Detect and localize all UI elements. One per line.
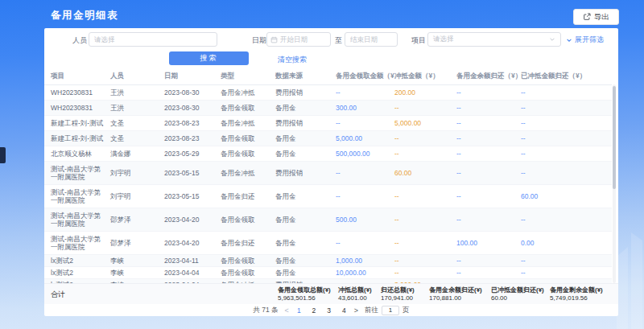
cell-received-amount: 500,000.00 (336, 146, 394, 161)
table-row[interactable]: WH20230831 王洪 2023-08-30 备用金领取 备用金 300.0… (44, 100, 612, 115)
page-title: 备用金明细表 (51, 9, 118, 23)
table-row[interactable]: 新建工程-刘-测试 文圣 2023-08-23 备用金冲抵 费用报销 -- 5,… (44, 115, 612, 130)
table-row[interactable]: lx测试2 李峡 2023-04-11 备用金领取 备用金 1,000.00 -… (44, 254, 612, 266)
summary-row: 合计 备用金领取总额(¥)5,963,501.56冲抵总额(¥)43,601.0… (44, 283, 618, 304)
cell-source: 备用金 (275, 231, 336, 254)
column-header: 项目 (44, 68, 110, 84)
cell-balance-return: -- (456, 100, 521, 115)
date-start-input[interactable] (280, 35, 330, 43)
cell-date: 2023-04-04 (164, 266, 221, 278)
drawer-handle[interactable] (0, 147, 6, 163)
cell-balance-return: -- (456, 184, 521, 208)
column-header: 冲抵金额（¥） (394, 68, 456, 84)
cell-source: 费用报销 (275, 85, 336, 101)
cell-offset-return: -- (521, 100, 612, 115)
cell-offset-return: -- (521, 254, 612, 266)
cell-date: 2023-08-30 (164, 85, 221, 101)
table-row[interactable]: 测试-南昌大学第一附属医院 邵梦泽 2023-04-20 备用金归还 备用金 -… (44, 231, 612, 254)
expand-filters-link[interactable]: 展开筛选 (566, 35, 604, 45)
cell-source: 备用金 (275, 146, 336, 161)
summary-item: 备用金领取总额(¥)5,963,501.56 (278, 286, 331, 302)
cell-offset-return: -- (521, 146, 612, 161)
total-count: 共 71 条 (253, 306, 278, 315)
date-separator: 至 (335, 35, 342, 46)
cell-source: 备用金 (275, 184, 336, 208)
calendar-icon (270, 36, 278, 43)
search-button[interactable]: 搜索 (169, 51, 249, 65)
table-row[interactable]: lx测试2 李峡 2023-04-04 备用金领取 备用金 10,000.00 … (44, 266, 612, 278)
cell-project: lx测试2 (44, 266, 110, 278)
cell-offset-amount: -- (394, 100, 456, 115)
cell-date: 2023-08-23 (164, 130, 221, 146)
cell-offset-return: 0.00 (521, 231, 612, 254)
goto-prefix: 前往 (365, 306, 378, 315)
cell-source: 备用金 (275, 130, 336, 146)
cell-person: 邵梦泽 (110, 208, 164, 231)
table-row[interactable]: 测试-南昌大学第一附属医院 刘宇明 2023-05-15 备用金归还 备用金 -… (44, 184, 612, 208)
project-filter-select[interactable]: 请选择 (427, 32, 561, 47)
cell-offset-return: -- (521, 85, 612, 101)
prev-page-button[interactable]: < (285, 306, 289, 315)
cell-source: 费用报销 (275, 161, 336, 184)
table-row[interactable]: WH20230831 王洪 2023-08-30 备用金冲抵 费用报销 -- 2… (44, 85, 612, 101)
table-row[interactable]: 测试-南昌大学第一附属医院 邵梦泽 2023-04-20 备用金领取 备用金 5… (44, 208, 612, 231)
chevron-down-icon (549, 36, 555, 43)
summary-item-label: 备用金领取总额(¥) (278, 286, 331, 294)
date-end-box (345, 32, 398, 47)
table-row[interactable]: 北京顺义杨林 满金娜 2023-05-29 备用金领取 备用金 500,000.… (44, 146, 612, 161)
person-filter-box (89, 32, 217, 47)
cell-balance-return: -- (456, 85, 521, 101)
data-table: 项目人员日期类型数据来源备用金领取金额（¥）冲抵金额（¥）备用金余额归还（¥）已… (44, 68, 618, 284)
page-button[interactable]: 2 (311, 306, 318, 315)
goto-page-input[interactable] (382, 306, 399, 315)
cell-offset-return: -- (521, 130, 612, 146)
next-page-button[interactable]: > (354, 306, 358, 315)
cell-type: 备用金领取 (221, 100, 275, 115)
cell-balance-return: -- (456, 208, 521, 231)
column-header: 日期 (164, 68, 221, 84)
cell-person: 刘宇明 (110, 161, 164, 184)
cell-balance-return: -- (456, 161, 521, 184)
cell-person: 李峡 (110, 266, 164, 278)
cell-received-amount: 10,000.00 (336, 266, 394, 278)
export-button[interactable]: 导出 (573, 9, 619, 25)
cell-received-amount: -- (336, 231, 394, 254)
cell-person: 刘宇明 (110, 184, 164, 208)
page-button[interactable]: 3 (325, 306, 332, 315)
date-filter-label: 日期 (252, 35, 266, 46)
table-header-row: 项目人员日期类型数据来源备用金领取金额（¥）冲抵金额（¥）备用金余额归还（¥）已… (44, 68, 612, 84)
cell-date: 2023-05-15 (164, 161, 221, 184)
cell-received-amount: -- (336, 85, 394, 101)
cell-project: 新建工程-刘-测试 (44, 115, 110, 130)
person-filter-input[interactable] (89, 35, 217, 43)
summary-item-label: 备用金剩余金额(¥) (550, 286, 603, 294)
cell-type: 备用金冲抵 (221, 115, 275, 130)
table-body-viewport: WH20230831 王洪 2023-08-30 备用金冲抵 费用报销 -- 2… (44, 85, 618, 284)
table-row[interactable]: 测试-南昌大学第一附属医院 刘宇明 2023-05-15 备用金冲抵 费用报销 … (44, 161, 612, 184)
cell-offset-amount: -- (394, 208, 456, 231)
cell-balance-return: -- (456, 254, 521, 266)
summary-item: 备用金余额归还(¥)170,881.00 (429, 286, 482, 302)
cell-balance-return: -- (456, 266, 521, 278)
table-row[interactable]: 新建工程-刘-测试 文圣 2023-08-23 备用金领取 备用金 5,000.… (44, 130, 612, 146)
pagination: 共 71 条 < 1234 > 前往 页 (44, 304, 618, 316)
cell-date: 2023-08-23 (164, 115, 221, 130)
table-scrollbar (613, 84, 616, 283)
cell-type: 备用金冲抵 (221, 161, 275, 184)
summary-item-value: 43,601.00 (338, 294, 372, 302)
cell-offset-amount: -- (394, 146, 456, 161)
table-scrollbar-thumb[interactable] (613, 86, 616, 189)
clear-search-link[interactable]: 清空搜索 (278, 55, 307, 65)
cell-received-amount: 300.00 (336, 100, 394, 115)
date-end-input[interactable] (350, 35, 397, 43)
cell-project: 测试-南昌大学第一附属医院 (44, 184, 110, 208)
cell-person: 文圣 (110, 115, 164, 130)
project-filter-label: 项目 (411, 35, 426, 46)
cell-source: 备用金 (275, 266, 336, 278)
summary-item: 归还总额(¥)170,941.00 (381, 286, 415, 302)
page-button[interactable]: 4 (341, 306, 348, 315)
cell-offset-amount: -- (394, 184, 456, 208)
cell-offset-amount: 200.00 (394, 85, 456, 101)
page-button[interactable]: 1 (295, 306, 303, 315)
cell-type: 备用金归还 (221, 231, 275, 254)
